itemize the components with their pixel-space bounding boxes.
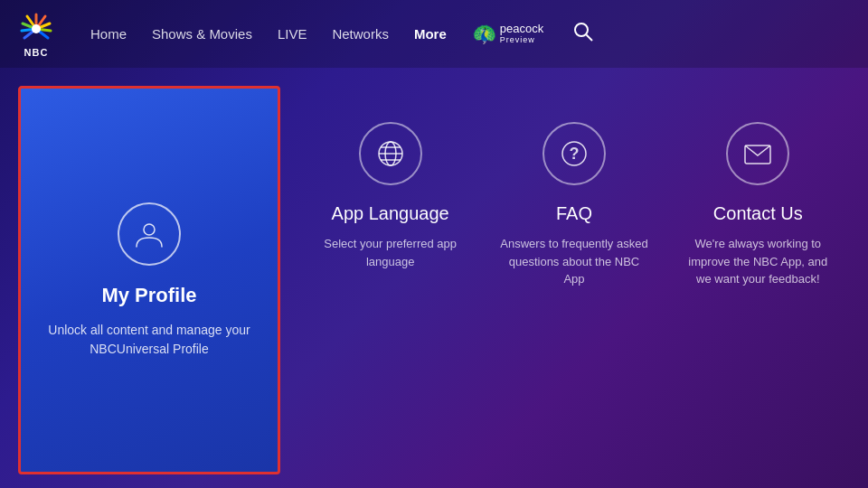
nbc-label: NBC [24, 47, 49, 58]
contact-us-card[interactable]: Contact Us We're always working to impro… [666, 86, 850, 324]
mail-icon [741, 137, 774, 170]
nav-shows-movies[interactable]: Shows & Movies [152, 26, 252, 42]
app-language-desc: Select your preferred app language [316, 235, 464, 270]
svg-point-1 [32, 24, 41, 33]
globe-icon-circle [359, 122, 422, 185]
nav-networks[interactable]: Networks [332, 26, 389, 42]
faq-card[interactable]: ? FAQ Answers to frequently asked questi… [482, 86, 665, 324]
globe-icon [374, 137, 407, 170]
search-icon[interactable] [573, 22, 593, 46]
person-icon [133, 218, 165, 250]
svg-line-3 [587, 35, 593, 42]
contact-desc: We're always working to improve the NBC … [684, 235, 832, 288]
main-header: NBC Home Shows & Movies LIVE Networks Mo… [0, 0, 868, 68]
nbc-peacock-icon [18, 11, 54, 47]
my-profile-card[interactable]: My Profile Unlock all content and manage… [18, 86, 280, 474]
nav-links: Home Shows & Movies LIVE Networks More 🦚… [90, 22, 850, 46]
nav-more[interactable]: More [414, 26, 447, 42]
contact-title: Contact Us [713, 203, 803, 224]
svg-text:?: ? [569, 145, 579, 163]
profile-card-title: My Profile [101, 284, 196, 307]
app-language-card[interactable]: App Language Select your preferred app l… [298, 86, 482, 306]
question-icon: ? [558, 137, 590, 170]
faq-desc: Answers to frequently asked questions ab… [500, 235, 647, 288]
info-cards-row: App Language Select your preferred app l… [280, 86, 850, 324]
main-content: My Profile Unlock all content and manage… [0, 68, 868, 488]
nbc-logo[interactable]: NBC [18, 11, 54, 58]
profile-card-desc: Unlock all content and manage your NBCUn… [48, 321, 250, 359]
faq-title: FAQ [556, 203, 592, 224]
svg-point-2 [575, 23, 588, 36]
peacock-preview-button[interactable]: 🦚 peacock Preview [472, 23, 543, 46]
app-language-title: App Language [332, 203, 449, 224]
mail-icon-circle [726, 122, 789, 185]
nav-live[interactable]: LIVE [278, 26, 307, 42]
svg-point-4 [144, 224, 155, 235]
peacock-logo-icon: 🦚 [472, 23, 496, 46]
nav-home[interactable]: Home [90, 26, 127, 42]
profile-icon-circle [118, 202, 181, 266]
peacock-preview-text: peacock Preview [500, 23, 543, 44]
question-icon-circle: ? [542, 122, 606, 185]
